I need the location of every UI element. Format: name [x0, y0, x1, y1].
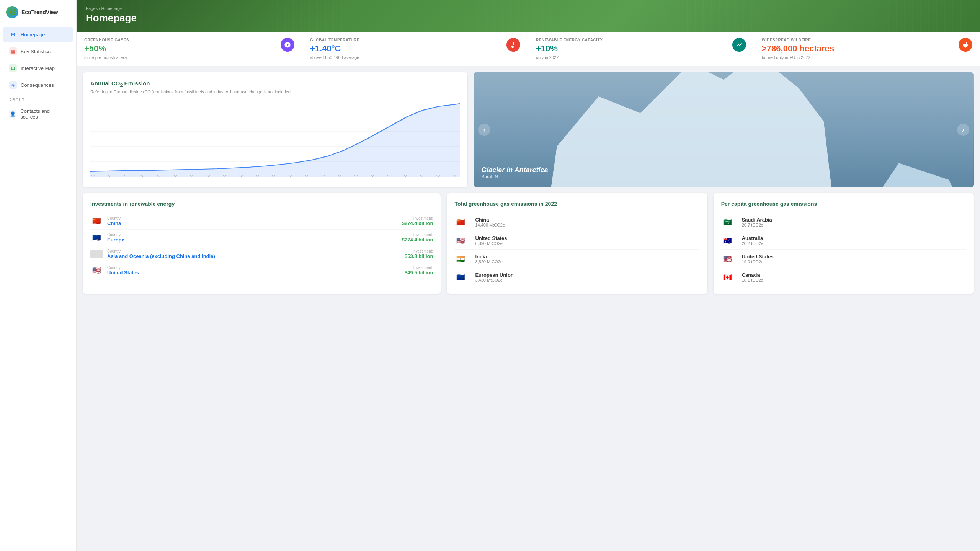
- total-emissions-card: Total greenhouse gas emissions in 2022 🇨…: [447, 193, 707, 294]
- greenhouse-icon: [281, 38, 294, 52]
- home-icon: ⊞: [9, 31, 17, 38]
- app-logo: 🌿 EcoTrendView: [0, 6, 76, 26]
- chart-subtitle: Referring to Carbon dioxide (CO₂) emissi…: [90, 90, 460, 95]
- stat-label-wildfire: WIDESPREAD WILDFIRE: [762, 38, 834, 42]
- flag-us-inv: 🇺🇸: [90, 266, 103, 275]
- inv-country-label-europe: Country:: [107, 233, 402, 237]
- sidebar: 🌿 EcoTrendView ⊞ Homepage ▦ Key Statisti…: [0, 0, 77, 551]
- breadcrumb-parent: Pages: [86, 6, 98, 11]
- breadcrumb-current: Homepage: [101, 6, 122, 11]
- sidebar-item-key-statistics[interactable]: ▦ Key Statistics: [3, 44, 73, 59]
- sidebar-item-homepage[interactable]: ⊞ Homepage: [3, 27, 73, 42]
- stat-value-temperature: +1.40°C: [310, 44, 359, 54]
- sidebar-item-interactive-map[interactable]: ⊡ Interactive Map: [3, 60, 73, 76]
- stat-value-renewable: +10%: [536, 44, 603, 54]
- glacier-prev-button[interactable]: ‹: [478, 124, 490, 136]
- inv-country-label-us: Country:: [107, 266, 405, 270]
- inv-amount-china: $274.4 billion: [402, 220, 433, 226]
- pc-country-saudi: Saudi Arabia: [742, 217, 966, 223]
- inv-amount-label-europe: Investment:: [402, 233, 433, 237]
- flag-us-pc: 🇺🇸: [721, 255, 733, 263]
- stat-card-temperature: GLOBAL TEMPERATURE +1.40°C above 1850-19…: [302, 32, 528, 66]
- stat-desc-temperature: above 1850-1900 average: [310, 55, 359, 60]
- em-value-us: 6,390 MtCO2e: [475, 241, 699, 246]
- stat-label-temperature: GLOBAL TEMPERATURE: [310, 38, 359, 42]
- stat-desc-renewable: only in 2022: [536, 55, 603, 60]
- stat-card-greenhouse: GREENHOUSE GASES +50% since pre-industri…: [77, 32, 302, 66]
- pc-value-australia: 20.2 tCO2e: [742, 241, 966, 246]
- em-value-india: 3,520 MtCO2e: [475, 259, 699, 264]
- co2-chart-card: Annual CO2 Emission Referring to Carbon …: [83, 72, 467, 187]
- pc-value-canada: 18.1 tCO2e: [742, 278, 966, 282]
- pc-country-us: United States: [742, 254, 966, 259]
- sidebar-nav: ⊞ Homepage ▦ Key Statistics ⊡ Interactiv…: [0, 26, 76, 124]
- em-country-us: United States: [475, 235, 699, 241]
- investments-title: Investments in renewable energy: [90, 201, 433, 207]
- logo-icon: 🌿: [6, 6, 18, 18]
- flag-india-em: 🇮🇳: [454, 255, 467, 263]
- main-content: Pages / Homepage Homepage GREENHOUSE GAS…: [77, 0, 980, 551]
- glacier-svg: [474, 72, 974, 187]
- temperature-icon: [506, 38, 520, 52]
- sidebar-item-contacts[interactable]: 👤 Contacts and sources: [3, 104, 73, 124]
- wildfire-icon: [959, 38, 972, 52]
- inv-amount-us: $49.5 billion: [405, 270, 433, 276]
- stats-row: GREENHOUSE GASES +50% since pre-industri…: [77, 32, 980, 66]
- inv-country-china: China: [107, 220, 402, 226]
- stat-desc-greenhouse: since pre-industrial era: [84, 55, 129, 60]
- pc-value-us: 19.0 tCO2e: [742, 259, 966, 264]
- total-emissions-title: Total greenhouse gas emissions in 2022: [454, 201, 699, 207]
- sidebar-item-consequences[interactable]: ◈ Consequences: [3, 77, 73, 93]
- inv-amount-label-china: Investment:: [402, 216, 433, 220]
- pc-country-canada: Canada: [742, 272, 966, 278]
- chart-title: Annual CO2 Emission: [90, 80, 460, 88]
- stat-label-greenhouse: GREENHOUSE GASES: [84, 38, 129, 42]
- glacier-card: ‹ › Glacier in Antarctica Sarah N: [474, 72, 974, 187]
- flag-europe: 🇪🇺: [90, 233, 103, 242]
- stat-card-wildfire: WIDESPREAD WILDFIRE >786,000 hectares bu…: [754, 32, 980, 66]
- emission-row-canada: 🇨🇦 Canada 18.1 tCO2e: [721, 268, 966, 286]
- flag-saudi-pc: 🇸🇦: [721, 218, 733, 227]
- inv-amount-europe: $274.4 billion: [402, 237, 433, 243]
- sidebar-label-key-statistics: Key Statistics: [21, 49, 51, 54]
- emission-row-china: 🇨🇳 China 14,400 MtCO2e: [454, 213, 699, 231]
- page-title: Homepage: [86, 12, 971, 24]
- investment-row-us: 🇺🇸 Country: United States Investment: $4…: [90, 262, 433, 279]
- flag-canada-pc: 🇨🇦: [721, 273, 733, 282]
- sidebar-label-contacts: Contacts and sources: [20, 108, 67, 120]
- breadcrumb: Pages / Homepage: [86, 6, 971, 11]
- top-row: Annual CO2 Emission Referring to Carbon …: [83, 72, 974, 187]
- em-value-eu: 3,430 MtCO2e: [475, 278, 699, 282]
- pc-country-australia: Australia: [742, 235, 966, 241]
- stat-value-wildfire: >786,000 hectares: [762, 44, 834, 54]
- consequences-icon: ◈: [9, 81, 17, 89]
- flag-australia-pc: 🇦🇺: [721, 236, 733, 245]
- emission-row-australia: 🇦🇺 Australia 20.2 tCO2e: [721, 231, 966, 250]
- renewable-icon: [732, 38, 746, 52]
- contact-icon: 👤: [9, 110, 16, 118]
- sidebar-label-interactive-map: Interactive Map: [21, 65, 55, 71]
- per-capita-emissions-card: Per capita greenhouse gas emissions 🇸🇦 S…: [714, 193, 974, 294]
- stat-desc-wildfire: burned only in EU in 2022: [762, 55, 834, 60]
- inv-country-asia: Asia and Oceania (excluding China and In…: [107, 253, 405, 259]
- chart-area: 1750 1762 1774 1786 1798 1810 1822 1834 …: [90, 101, 460, 177]
- glacier-next-button[interactable]: ›: [957, 124, 969, 136]
- flag-us-em: 🇺🇸: [454, 236, 467, 245]
- emission-row-saudi: 🇸🇦 Saudi Arabia 20.7 tCO2e: [721, 213, 966, 231]
- glacier-title: Glacier in Antarctica: [481, 166, 548, 174]
- stat-label-renewable: RENEWABLE ENERGY CAPACITY: [536, 38, 603, 42]
- app-name: EcoTrendView: [21, 9, 58, 15]
- hero-header: Pages / Homepage Homepage: [77, 0, 980, 32]
- inv-country-us: United States: [107, 270, 405, 276]
- inv-country-label-china: Country:: [107, 216, 402, 220]
- bottom-row: Investments in renewable energy 🇨🇳 Count…: [83, 193, 974, 294]
- flag-eu-em: 🇪🇺: [454, 273, 467, 282]
- inv-country-europe: Europe: [107, 237, 402, 243]
- investment-row-china: 🇨🇳 Country: China Investment: $274.4 bil…: [90, 213, 433, 230]
- em-country-eu: European Union: [475, 272, 699, 278]
- pc-value-saudi: 20.7 tCO2e: [742, 223, 966, 227]
- investments-card: Investments in renewable energy 🇨🇳 Count…: [83, 193, 441, 294]
- em-value-china: 14,400 MtCO2e: [475, 223, 699, 227]
- flag-asia: [90, 250, 103, 258]
- flag-china-em: 🇨🇳: [454, 218, 467, 227]
